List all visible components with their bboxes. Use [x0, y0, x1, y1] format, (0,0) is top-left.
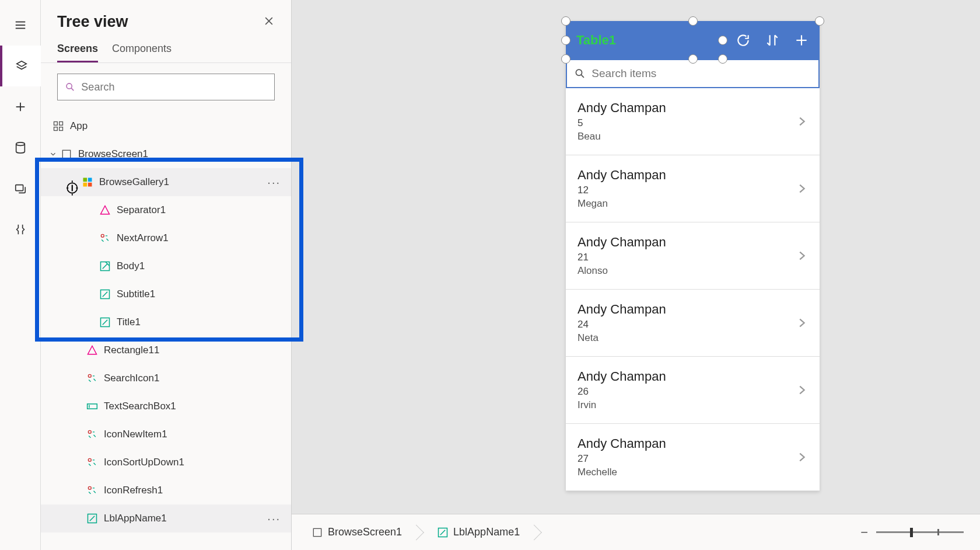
selection-handle[interactable]	[688, 54, 698, 64]
app-search-input[interactable]	[592, 67, 811, 80]
row-title: Andy Champan	[578, 235, 666, 250]
tree-node-body[interactable]: Body1	[41, 252, 291, 280]
data-rail-button[interactable]	[0, 127, 41, 168]
svg-rect-7	[15, 185, 23, 191]
breadcrumb-control[interactable]: LblAppName1	[425, 518, 531, 546]
tree-label: Rectangle11	[104, 344, 159, 356]
tools-rail-button[interactable]	[0, 209, 41, 250]
hamburger-button[interactable]	[0, 5, 41, 46]
tree-node-separator[interactable]: Separator1	[41, 196, 291, 224]
selection-handle[interactable]	[561, 54, 570, 64]
tree-node-rectangle[interactable]: Rectangle11	[41, 336, 291, 364]
svg-marker-26	[88, 346, 97, 354]
svg-point-6	[16, 142, 24, 146]
svg-line-11	[71, 88, 74, 90]
tree-node-browsegallery[interactable]: BrowseGallery1 ···	[41, 168, 291, 196]
row-body: Neta	[578, 332, 666, 344]
svg-rect-12	[54, 122, 58, 126]
svg-point-10	[66, 83, 72, 89]
tree-label: LblAppName1	[104, 513, 167, 524]
row-title: Andy Champan	[578, 302, 666, 317]
refresh-icon[interactable]	[736, 33, 751, 48]
gallery-row[interactable]: Andy Champan 26 Irvin	[566, 357, 820, 424]
search-icon	[574, 67, 586, 80]
tree-node-subtitle[interactable]: Subtitle1	[41, 280, 291, 308]
add-icon[interactable]	[794, 33, 809, 48]
database-icon	[14, 141, 27, 154]
breadcrumb-label: LblAppName1	[453, 526, 520, 538]
gallery-row[interactable]: Andy Champan 27 Mechelle	[566, 424, 820, 491]
canvas-area[interactable]: Table1 Andy Champan 5 Beau Andy Champan …	[292, 0, 980, 514]
gallery[interactable]: Andy Champan 5 Beau Andy Champan 12 Mega…	[566, 88, 820, 491]
chevron-right-icon[interactable]	[795, 249, 808, 262]
svg-rect-17	[83, 178, 88, 182]
label-icon	[86, 513, 98, 524]
selection-handle[interactable]	[718, 54, 727, 64]
selection-handle[interactable]	[815, 16, 824, 26]
chevron-right-icon[interactable]	[795, 384, 808, 396]
chevron-right-icon[interactable]	[795, 182, 808, 195]
app-header[interactable]: Table1	[566, 21, 820, 59]
app-title-label[interactable]: Table1	[576, 33, 616, 48]
tree-node-browsescreen[interactable]: BrowseScreen1	[41, 140, 291, 168]
chevron-down-icon	[49, 150, 57, 158]
selection-handle[interactable]	[718, 36, 727, 45]
tree-search-input[interactable]	[81, 81, 267, 93]
gallery-row[interactable]: Andy Champan 5 Beau	[566, 88, 820, 155]
tab-screens[interactable]: Screens	[57, 43, 98, 62]
media-rail-button[interactable]	[0, 168, 41, 209]
tree-node-iconrefresh[interactable]: IconRefresh1	[41, 476, 291, 504]
tree-view-rail-button[interactable]	[0, 46, 41, 86]
tree-scroll[interactable]: App BrowseScreen1 BrowseGallery1 ··· Sep…	[41, 112, 291, 550]
tree-node-app[interactable]: App	[41, 112, 291, 140]
zoom-thumb[interactable]	[910, 528, 913, 537]
app-preview: Table1 Andy Champan 5 Beau Andy Champan …	[566, 21, 820, 491]
more-button[interactable]: ···	[267, 176, 281, 189]
chevron-right-icon[interactable]	[795, 115, 808, 128]
selection-handle[interactable]	[561, 36, 570, 45]
zoom-out-button[interactable]: −	[860, 525, 868, 540]
shape-icon	[86, 344, 98, 356]
search-icon	[65, 81, 75, 93]
tree-node-nextarrow[interactable]: NextArrow1	[41, 224, 291, 252]
svg-point-27	[88, 374, 91, 377]
gallery-row[interactable]: Andy Champan 21 Alonso	[566, 222, 820, 290]
sort-icon[interactable]	[765, 33, 780, 48]
gallery-row[interactable]: Andy Champan 24 Neta	[566, 290, 820, 357]
tree-node-iconsortupdown[interactable]: IconSortUpDown1	[41, 448, 291, 476]
selection-handle[interactable]	[561, 16, 570, 26]
close-icon	[263, 15, 275, 27]
svg-line-38	[581, 75, 584, 78]
svg-marker-21	[101, 206, 110, 214]
tree-node-title[interactable]: Title1	[41, 308, 291, 336]
selection-handle[interactable]	[688, 16, 698, 26]
screen-icon	[61, 148, 72, 160]
tree-label: Subtitle1	[117, 288, 155, 300]
tree-label: NextArrow1	[117, 232, 169, 244]
row-body: Beau	[578, 131, 666, 142]
close-panel-button[interactable]	[263, 14, 275, 30]
breadcrumb-label: BrowseScreen1	[328, 526, 402, 538]
svg-rect-39	[313, 528, 321, 536]
tab-components[interactable]: Components	[112, 43, 172, 62]
insert-rail-button[interactable]	[0, 86, 41, 127]
tree-node-textsearchbox[interactable]: TextSearchBox1	[41, 392, 291, 420]
breadcrumb-screen[interactable]: BrowseScreen1	[300, 518, 414, 546]
chevron-right-icon[interactable]	[795, 451, 808, 464]
layers-icon	[15, 60, 28, 72]
tree-label: IconSortUpDown1	[104, 457, 184, 468]
svg-rect-20	[88, 183, 92, 187]
svg-rect-16	[62, 150, 70, 158]
more-button[interactable]: ···	[267, 512, 281, 525]
chevron-right-icon[interactable]	[795, 316, 808, 329]
tree-node-iconnewitem[interactable]: IconNewItem1	[41, 420, 291, 448]
label-icon	[99, 288, 111, 300]
zoom-slider[interactable]	[876, 531, 964, 533]
gallery-row[interactable]: Andy Champan 12 Megan	[566, 155, 820, 222]
media-icon	[14, 182, 27, 195]
tree-search-field[interactable]	[57, 74, 275, 100]
label-icon	[99, 316, 111, 328]
tree-node-lblappname[interactable]: LblAppName1 ···	[41, 504, 291, 532]
tree-node-searchicon[interactable]: SearchIcon1	[41, 364, 291, 392]
app-icon	[52, 120, 64, 132]
